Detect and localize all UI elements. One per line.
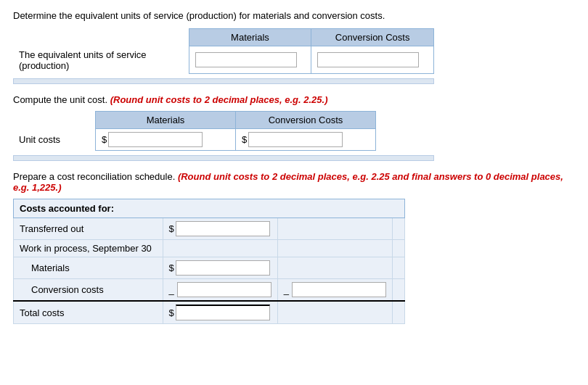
unit-cost-italic-text: (Round unit costs to 2 decimal places, e… bbox=[110, 94, 328, 105]
total-costs-input[interactable] bbox=[176, 305, 270, 320]
unit-cost-materials-input[interactable] bbox=[108, 132, 203, 147]
total-costs-label: Total costs bbox=[14, 301, 163, 324]
equiv-units-label: The equivalent units of service (product… bbox=[13, 46, 189, 74]
total-costs-row: Total costs $ bbox=[14, 301, 405, 324]
section2-label: Compute the unit cost. (Round unit costs… bbox=[13, 94, 575, 105]
dollar-sign-conversion: $ bbox=[242, 134, 247, 145]
equivalent-units-table: Materials Conversion Costs The equivalen… bbox=[13, 28, 434, 74]
intro-text-1: Determine the equivalent units of servic… bbox=[13, 10, 575, 21]
unit-cost-conversion-input[interactable] bbox=[248, 132, 343, 147]
dollar-sign-materials: $ bbox=[102, 134, 107, 145]
col-header-materials-1: Materials bbox=[189, 29, 311, 46]
conversion-costs-row: Conversion costs _ _ bbox=[14, 279, 405, 302]
materials-label: Materials bbox=[14, 257, 163, 279]
divider-1 bbox=[13, 78, 434, 84]
cost-reconciliation-table: Costs accounted for: Transferred out $ W… bbox=[13, 199, 405, 324]
unit-cost-intro-text: Compute the unit cost. bbox=[13, 94, 110, 105]
transferred-out-label: Transferred out bbox=[14, 218, 163, 240]
unit-cost-table: Materials Conversion Costs Unit costs $ … bbox=[13, 111, 376, 151]
dollar-total-costs: $ bbox=[169, 307, 174, 318]
materials-row: Materials $ bbox=[14, 257, 405, 279]
materials-recon-input[interactable] bbox=[176, 260, 270, 276]
conversion-costs-input2[interactable] bbox=[292, 282, 386, 297]
wip-september-label: Work in process, September 30 bbox=[14, 240, 163, 257]
transferred-out-row: Transferred out $ bbox=[14, 218, 405, 240]
conversion-costs-input1[interactable] bbox=[177, 282, 271, 297]
dash-conversion-left: _ bbox=[169, 284, 174, 295]
divider-2 bbox=[13, 155, 434, 161]
recon-header: Costs accounted for: bbox=[14, 199, 405, 218]
col-header-conversion-1: Conversion Costs bbox=[311, 29, 434, 46]
equiv-units-conversion-input[interactable] bbox=[317, 52, 419, 67]
equiv-units-materials-input[interactable] bbox=[195, 52, 297, 67]
conversion-costs-label: Conversion costs bbox=[14, 279, 163, 302]
dollar-materials-recon: $ bbox=[169, 262, 174, 273]
col-header-conversion-2: Conversion Costs bbox=[236, 112, 376, 129]
dash-conversion-right: _ bbox=[284, 284, 289, 295]
dollar-transferred-out: $ bbox=[169, 223, 174, 234]
unit-costs-label: Unit costs bbox=[13, 129, 96, 151]
wip-september-row: Work in process, September 30 bbox=[14, 240, 405, 257]
col-header-materials-2: Materials bbox=[96, 112, 236, 129]
recon-intro-text: Prepare a cost reconciliation schedule. bbox=[13, 171, 178, 182]
transferred-out-input[interactable] bbox=[176, 221, 270, 236]
section3-label: Prepare a cost reconciliation schedule. … bbox=[13, 171, 575, 193]
